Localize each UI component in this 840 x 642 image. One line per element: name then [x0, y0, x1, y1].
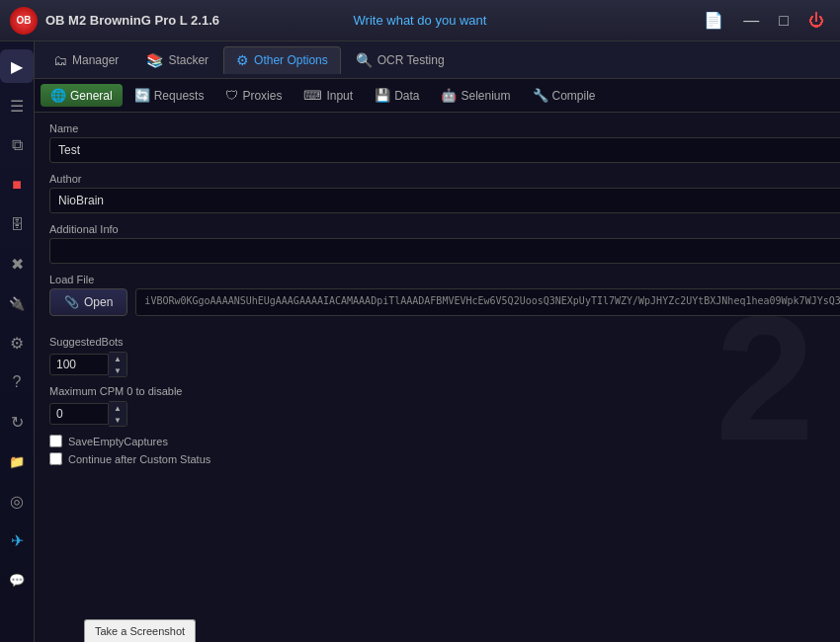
max-cpm-label: Maximum CPM 0 to disable	[49, 385, 840, 397]
sidebar-icon-layers[interactable]: ⧉	[0, 128, 34, 162]
sidebar-icon-chat[interactable]: 💬	[0, 563, 34, 597]
sidebar-icon-plug[interactable]: 🔌	[0, 286, 34, 320]
screenshot-button[interactable]: Take a Screenshot	[84, 619, 196, 642]
file-content-text: iVBORw0KGgoAAAANSUhEUgAAAGAAAAIACAMAAADp…	[144, 295, 840, 306]
title-bar: OB OB M2 BrowninG Pro L 2.1.6 Write what…	[0, 0, 840, 41]
continue-after-checkbox[interactable]	[49, 452, 62, 465]
left-bottom-panel: SuggestedBots ▲ ▼ Maximum CPM 0 to disab…	[49, 336, 840, 503]
sidebar-icon-refresh[interactable]: ↻	[0, 405, 34, 439]
ocr-tab-label: OCR Testing	[378, 53, 445, 67]
subtab-general[interactable]: 🌐 General	[41, 84, 123, 107]
maximize-button[interactable]: □	[773, 10, 795, 32]
requests-subtab-label: Requests	[154, 89, 205, 103]
app-title: OB M2 BrowninG Pro L 2.1.6	[45, 13, 219, 28]
manager-tab-label: Manager	[72, 53, 119, 67]
input-subtab-label: Input	[326, 89, 353, 103]
sidebar-icon-gear[interactable]: ⚙	[0, 326, 34, 360]
author-input[interactable]	[49, 188, 840, 213]
max-cpm-group: Maximum CPM 0 to disable ▲ ▼	[49, 385, 840, 427]
input-subtab-icon: ⌨	[303, 88, 322, 103]
save-empty-captures-row: SaveEmptyCaptures	[49, 435, 840, 447]
sidebar-icon-play[interactable]: ▶	[0, 49, 34, 83]
open-button-label: Open	[84, 295, 113, 309]
suggested-bots-input-row: ▲ ▼	[49, 352, 840, 377]
proxies-subtab-icon: 🛡	[225, 88, 238, 103]
sidebar-icon-target[interactable]: ◎	[0, 484, 34, 518]
app-logo: OB	[10, 7, 38, 35]
sidebar-icon-help[interactable]: ?	[0, 365, 34, 399]
continue-after-row: Continue after Custom Status	[49, 452, 840, 465]
author-label: Author	[49, 173, 840, 185]
max-cpm-input-row: ▲ ▼	[49, 401, 840, 427]
max-cpm-down[interactable]: ▼	[109, 414, 126, 426]
other-options-tab-icon: ⚙	[236, 52, 249, 68]
sidebar-icon-tools[interactable]: ✖	[0, 247, 34, 281]
load-file-label: Load File	[49, 274, 840, 285]
suggested-bots-up[interactable]: ▲	[109, 353, 126, 364]
save-empty-captures-checkbox[interactable]	[49, 435, 62, 447]
name-field-group: Name	[49, 122, 840, 163]
top-tab-bar: 🗂 Manager 📚 Stacker ⚙ Other Options 🔍 OC…	[35, 41, 840, 79]
max-cpm-input[interactable]	[49, 403, 109, 425]
sidebar-icon-folder[interactable]: 📁	[0, 444, 34, 478]
paperclip-icon: 📎	[64, 295, 79, 309]
load-file-row: 📎 Open iVBORw0KGgoAAAANSUhEUgAAAGAAAAIAC…	[49, 288, 840, 316]
author-field-group: Author	[49, 173, 840, 213]
name-label: Name	[49, 122, 840, 134]
suggested-bots-down[interactable]: ▼	[109, 364, 126, 376]
stacker-tab-label: Stacker	[168, 53, 209, 67]
subtab-compile[interactable]: 🔧 Compile	[523, 84, 606, 107]
compile-subtab-icon: 🔧	[533, 88, 548, 103]
tab-manager[interactable]: 🗂 Manager	[41, 46, 131, 74]
additional-info-input[interactable]	[49, 238, 840, 264]
sidebar-icon-square[interactable]: ■	[0, 168, 34, 201]
sidebar-icon-telegram[interactable]: ✈	[0, 523, 34, 557]
manager-tab-icon: 🗂	[53, 52, 67, 68]
subtab-data[interactable]: 💾 Data	[365, 84, 429, 107]
bottom-section: SuggestedBots ▲ ▼ Maximum CPM 0 to disab…	[49, 336, 840, 503]
additional-info-field-group: Additional Info	[49, 223, 840, 264]
requests-subtab-icon: 🔄	[134, 88, 150, 103]
tab-ocr-testing[interactable]: 🔍 OCR Testing	[343, 46, 458, 74]
continue-after-label: Continue after Custom Status	[68, 453, 210, 465]
open-button[interactable]: 📎 Open	[49, 288, 127, 316]
data-subtab-label: Data	[394, 89, 419, 103]
max-cpm-up[interactable]: ▲	[109, 402, 126, 414]
save-empty-captures-label: SaveEmptyCaptures	[68, 436, 168, 447]
subtab-selenium[interactable]: 🤖 Selenium	[431, 84, 520, 107]
sidebar-icon-db[interactable]: 🗄	[0, 207, 34, 241]
max-cpm-spinners: ▲ ▼	[109, 401, 127, 427]
other-options-tab-label: Other Options	[254, 53, 328, 67]
additional-info-label: Additional Info	[49, 223, 840, 235]
suggested-bots-spinners: ▲ ▼	[109, 352, 127, 377]
window-controls: 📄 — □ ⏻	[698, 9, 830, 32]
data-subtab-icon: 💾	[375, 88, 390, 103]
name-input[interactable]	[49, 137, 840, 163]
close-button[interactable]: ⏻	[802, 10, 830, 32]
subtab-proxies[interactable]: 🛡 Proxies	[215, 84, 292, 107]
ocr-tab-icon: 🔍	[356, 52, 373, 68]
sidebar-icon-list[interactable]: ☰	[0, 89, 34, 122]
subtab-requests[interactable]: 🔄 Requests	[125, 84, 214, 107]
proxies-subtab-label: Proxies	[242, 89, 282, 103]
subtab-input[interactable]: ⌨ Input	[294, 84, 363, 107]
document-icon[interactable]: 📄	[698, 9, 729, 32]
suggested-bots-group: SuggestedBots ▲ ▼	[49, 336, 840, 377]
general-subtab-icon: 🌐	[50, 88, 66, 103]
tab-stacker[interactable]: 📚 Stacker	[133, 46, 221, 74]
tab-other-options[interactable]: ⚙ Other Options	[223, 46, 341, 74]
selenium-subtab-label: Selenium	[461, 89, 510, 103]
general-subtab-label: General	[70, 89, 113, 103]
compile-subtab-label: Compile	[552, 89, 596, 103]
suggested-bots-input[interactable]	[49, 354, 109, 375]
suggested-bots-label: SuggestedBots	[49, 336, 840, 348]
load-file-group: Load File 📎 Open iVBORw0KGgoAAAANSUhEUgA…	[49, 274, 840, 316]
file-content-display: iVBORw0KGgoAAAANSUhEUgAAAGAAAAIACAMAAADp…	[135, 288, 840, 316]
sub-tab-bar: 🌐 General 🔄 Requests 🛡 Proxies ⌨ Input 💾…	[35, 79, 840, 113]
minimize-button[interactable]: —	[737, 10, 765, 32]
selenium-subtab-icon: 🤖	[441, 88, 457, 103]
config-panel: 2 Name Author Additional Info Load File	[35, 113, 840, 642]
app-placeholder: Write what do you want	[354, 13, 487, 28]
stacker-tab-icon: 📚	[146, 52, 163, 68]
sidebar: ▶ ☰ ⧉ ■ 🗄 ✖ 🔌 ⚙ ? ↻ 📁 ◎ ✈ 💬	[0, 41, 35, 642]
